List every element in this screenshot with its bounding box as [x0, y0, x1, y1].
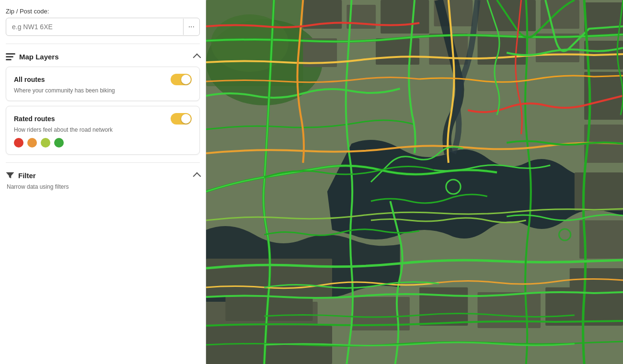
- dot-bad: [27, 138, 37, 148]
- svg-rect-3: [206, 0, 303, 86]
- divider-1: [6, 44, 200, 44]
- rated-routes-toggle-thumb: [181, 114, 191, 124]
- rated-routes-header: Rated routes: [14, 113, 192, 125]
- svg-rect-10: [584, 2, 623, 36]
- all-routes-desc: Where your community has been biking: [14, 87, 192, 94]
- filter-collapse-icon[interactable]: [193, 172, 201, 181]
- dot-good: [41, 138, 50, 148]
- filter-header-left: Filter: [6, 171, 36, 180]
- rated-routes-title: Rated routes: [14, 115, 55, 123]
- layers-icon: [6, 53, 15, 61]
- rated-routes-card: Rated routes How riders feel about the r…: [6, 106, 200, 155]
- filter-desc: Narrow data using filters: [6, 183, 200, 190]
- zip-input[interactable]: [6, 18, 183, 35]
- all-routes-toggle[interactable]: [171, 74, 192, 85]
- filter-header: Filter: [6, 171, 200, 181]
- dot-very-bad: [14, 138, 23, 148]
- all-routes-toggle-thumb: [181, 75, 191, 84]
- svg-rect-29: [570, 268, 623, 307]
- svg-rect-23: [478, 292, 541, 328]
- all-routes-card: All routes Where your community has been…: [6, 67, 200, 101]
- all-routes-title: All routes: [14, 76, 45, 83]
- filter-title: Filter: [18, 171, 36, 180]
- map-layers-header-left: Map Layers: [6, 53, 59, 61]
- map-layers-title: Map Layers: [19, 53, 59, 61]
- zip-dots-button[interactable]: ···: [183, 19, 199, 35]
- svg-rect-6: [381, 0, 429, 34]
- svg-rect-27: [575, 172, 623, 211]
- svg-rect-12: [376, 38, 419, 65]
- map-layers-collapse-icon[interactable]: [193, 54, 201, 62]
- all-routes-header: All routes: [14, 74, 192, 85]
- rated-routes-desc: How riders feel about the road network: [14, 126, 192, 133]
- map-layers-header: Map Layers: [6, 52, 200, 62]
- map-layers-section: Map Layers All routes Where your communi…: [6, 52, 200, 155]
- rating-dots: [14, 138, 192, 148]
- svg-rect-22: [419, 287, 468, 326]
- map-area[interactable]: [206, 0, 623, 364]
- dot-very-good: [54, 138, 64, 148]
- rated-routes-toggle[interactable]: [171, 113, 192, 125]
- map-routes-overlay: [206, 0, 623, 364]
- filter-section: Filter Narrow data using filters: [6, 171, 200, 190]
- zip-section: Zip / Post code: ···: [6, 8, 200, 36]
- funnel-icon: [6, 172, 14, 180]
- svg-rect-14: [478, 36, 526, 65]
- divider-2: [6, 162, 200, 163]
- zip-label: Zip / Post code:: [6, 8, 200, 15]
- zip-input-row: ···: [6, 18, 200, 36]
- sidebar: Zip / Post code: ··· Map Layers All rout…: [0, 0, 206, 364]
